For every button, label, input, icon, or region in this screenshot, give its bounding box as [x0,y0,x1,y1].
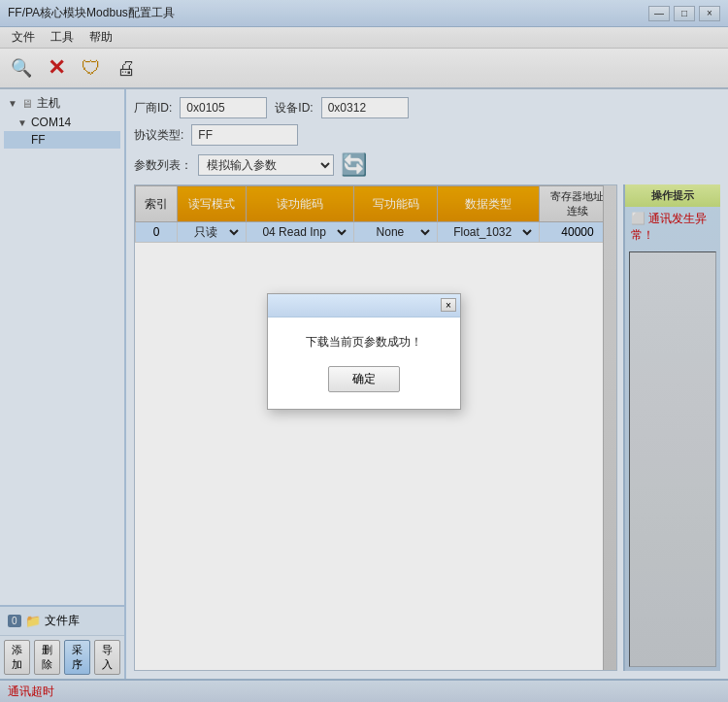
modal-titlebar: × [268,294,460,318]
modal-close-button[interactable]: × [441,298,456,312]
modal-ok-button[interactable]: 确定 [328,366,400,392]
modal-overlay: × 下载当前页参数成功！ 确定 [0,0,728,702]
modal-message: 下载当前页参数成功！ [306,334,422,351]
modal-dialog: × 下载当前页参数成功！ 确定 [267,293,461,410]
modal-body: 下载当前页参数成功！ 确定 [268,318,460,409]
